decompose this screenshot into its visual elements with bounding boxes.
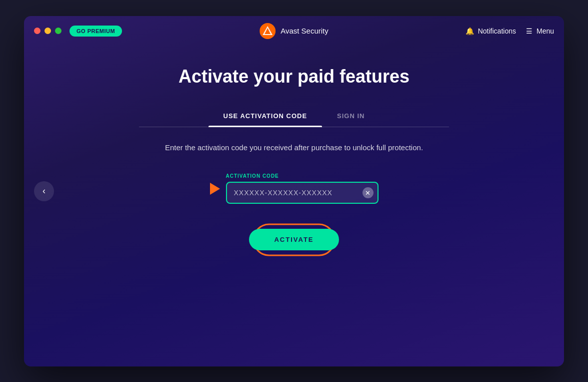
clear-input-button[interactable]: ✕ xyxy=(362,187,374,198)
page-title: Activate your paid features xyxy=(178,66,410,87)
activate-button-wrapper: ACTIVATE xyxy=(249,229,338,250)
minimize-light[interactable] xyxy=(44,28,51,34)
avast-logo-icon xyxy=(260,23,276,39)
app-window: GO PREMIUM Avast Security 🔔 Notification… xyxy=(24,16,564,366)
traffic-lights xyxy=(34,28,62,34)
activation-code-label: ACTIVATION CODE xyxy=(226,173,378,179)
input-wrapper: ACTIVATION CODE ✕ xyxy=(226,173,378,204)
tab-activation-code[interactable]: USE ACTIVATION CODE xyxy=(208,107,322,127)
activation-section: ACTIVATION CODE ✕ xyxy=(210,173,378,204)
notifications-button[interactable]: 🔔 Notifications xyxy=(466,27,516,35)
menu-icon: ☰ xyxy=(526,27,532,35)
activation-code-input[interactable] xyxy=(226,182,378,204)
titlebar-right: 🔔 Notifications ☰ Menu xyxy=(466,27,554,35)
menu-label: Menu xyxy=(536,27,554,35)
clear-icon: ✕ xyxy=(365,189,370,197)
activation-description: Enter the activation code you received a… xyxy=(165,142,423,154)
fullscreen-light[interactable] xyxy=(55,28,62,34)
titlebar: GO PREMIUM Avast Security 🔔 Notification… xyxy=(24,16,564,46)
main-content: Activate your paid features USE ACTIVATI… xyxy=(24,46,564,366)
menu-button[interactable]: ☰ Menu xyxy=(526,27,554,35)
activation-row: ACTIVATION CODE ✕ xyxy=(210,173,378,204)
titlebar-center: Avast Security xyxy=(260,23,328,39)
go-premium-button[interactable]: GO PREMIUM xyxy=(70,26,122,37)
notifications-label: Notifications xyxy=(478,27,516,35)
bell-icon: 🔔 xyxy=(466,27,474,35)
tab-sign-in[interactable]: SIGN IN xyxy=(322,107,380,127)
activate-button[interactable]: ACTIVATE xyxy=(249,229,338,250)
app-title: Avast Security xyxy=(280,27,328,35)
close-light[interactable] xyxy=(34,28,40,34)
tabs-container: USE ACTIVATION CODE SIGN IN xyxy=(139,107,449,127)
play-arrow-icon xyxy=(210,183,220,195)
